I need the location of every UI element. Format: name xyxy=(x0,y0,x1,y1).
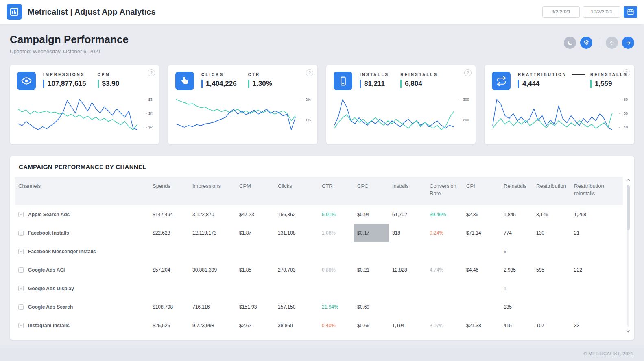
channel-cell[interactable]: Google Ads Search xyxy=(15,298,149,317)
date-from-input[interactable]: 9/2/2021 xyxy=(542,6,580,18)
table-cell xyxy=(533,298,570,317)
sparkline-chart: 2%1% xyxy=(175,97,311,133)
table-cell xyxy=(318,242,354,261)
table-cell: $108,798 xyxy=(149,298,189,317)
table-cell xyxy=(354,279,389,298)
click-icon xyxy=(175,72,194,90)
table-row[interactable]: Facebook Messenger Installs6 xyxy=(15,242,623,261)
table-cell: 107 xyxy=(533,316,570,335)
kpi-card-impressions: ? IMPRESSIONS 107,877,615 CPM $3.90 xyxy=(10,65,159,144)
expand-row-icon[interactable] xyxy=(18,304,24,310)
channel-name: Apple Search Ads xyxy=(28,212,70,217)
table-scrollbar[interactable] xyxy=(625,177,631,334)
channel-cell[interactable]: Facebook Installs xyxy=(15,224,149,243)
expand-row-icon[interactable] xyxy=(18,267,24,273)
settings-button[interactable]: ⚙ xyxy=(580,37,592,49)
channel-name: Google Ads ACI xyxy=(28,267,65,273)
table-cell: $71.14 xyxy=(463,224,500,243)
table-cell: 2,935 xyxy=(500,261,533,280)
spark-series-ctr-blue xyxy=(176,109,295,130)
moon-icon xyxy=(567,40,573,46)
kpi-row: ? IMPRESSIONS 107,877,615 CPM $3.90 xyxy=(10,65,634,144)
channel-name: Google Ads Search xyxy=(28,304,73,310)
table-cell: 3,149 xyxy=(533,205,570,224)
scroll-down-button[interactable] xyxy=(625,328,631,334)
table-cell xyxy=(354,242,389,261)
table-cell xyxy=(426,279,463,298)
help-icon[interactable]: ? xyxy=(464,69,472,76)
channel-cell[interactable]: Facebook Messenger Installs xyxy=(15,242,149,261)
column-header: CTR xyxy=(318,183,354,190)
table-row[interactable]: Google Ads Display1 xyxy=(15,279,623,298)
expand-row-icon[interactable] xyxy=(18,231,24,236)
prev-button[interactable] xyxy=(606,37,618,49)
table-cell: 1,194 xyxy=(389,316,426,335)
table-cell xyxy=(570,242,623,261)
metric-value: $3.90 xyxy=(98,80,120,88)
channel-cell[interactable]: Google Ads Display xyxy=(15,279,149,298)
scrollbar-thumb[interactable] xyxy=(627,185,630,230)
table-cell: 61,702 xyxy=(389,205,426,224)
channel-cell[interactable]: Apple Search Ads xyxy=(15,205,149,224)
expand-row-icon[interactable] xyxy=(18,249,24,254)
table-cell: 0.24% xyxy=(426,224,463,243)
table-cell: 1,258 xyxy=(570,205,623,224)
table-row[interactable]: Facebook Installs$22,62312,119,173$1.871… xyxy=(15,224,623,243)
table-cell: $4.46 xyxy=(463,261,500,280)
scroll-up-button[interactable] xyxy=(625,177,631,183)
arrow-right-icon xyxy=(625,40,631,46)
table-row[interactable]: Apple Search Ads$147,4943,122,870$47.231… xyxy=(15,205,623,224)
table-row[interactable]: Google Ads Search$108,798716,116$151.931… xyxy=(15,298,623,317)
kpi-card-reattribution: ? REATTRIBUTION 4,444 REINSTALLS xyxy=(485,65,634,144)
spark-axis-label: $4 xyxy=(144,111,153,115)
metric-value: 6,804 xyxy=(400,80,438,88)
table-cell: 130 xyxy=(533,224,570,243)
table-header-row: ChannelsSpendsImpressionsCPMClicksCTRCPC… xyxy=(15,177,623,205)
table-cell: 21 xyxy=(570,224,623,243)
table-cell: 595 xyxy=(533,261,570,280)
column-header: Spends xyxy=(149,183,189,190)
date-to-input[interactable]: 10/2/2021 xyxy=(583,6,620,18)
column-header: CPC xyxy=(354,183,389,190)
next-button[interactable] xyxy=(622,37,634,49)
table-cell: $57,204 xyxy=(149,261,189,280)
dark-mode-button[interactable] xyxy=(564,37,576,49)
channel-cell[interactable]: Google Ads ACI xyxy=(15,261,149,280)
expand-row-icon[interactable] xyxy=(18,212,24,217)
metric-value: 1,404,226 xyxy=(201,80,237,88)
expand-row-icon[interactable] xyxy=(18,286,24,291)
table-cell xyxy=(463,242,500,261)
table-row[interactable]: Instagram Installs$25,5259,723,998$2.623… xyxy=(15,316,623,335)
copyright-link[interactable]: © METRICALIST, 2021 xyxy=(583,351,633,356)
updated-timestamp: Updated: Wednesday, October 6, 2021 xyxy=(10,48,129,54)
spark-axis-label: $2 xyxy=(144,125,153,129)
channel-cell[interactable]: Instagram Installs xyxy=(15,316,149,335)
metric-value: 4,444 xyxy=(518,80,567,88)
column-header: Reinstalls xyxy=(500,183,533,190)
help-icon[interactable]: ? xyxy=(623,69,630,76)
column-header: CPI xyxy=(463,183,500,190)
column-header: Reattribution xyxy=(533,183,570,190)
highlighted-cell[interactable]: $0.17 xyxy=(354,224,389,243)
column-header: CPM xyxy=(236,183,274,190)
table-cell: 4.74% xyxy=(426,261,463,280)
table-cell: 716,116 xyxy=(189,298,236,317)
table-cell: 1,845 xyxy=(500,205,533,224)
calendar-button[interactable] xyxy=(624,6,637,18)
calendar-icon xyxy=(627,8,634,15)
table-cell xyxy=(274,279,318,298)
expand-row-icon[interactable] xyxy=(18,323,24,328)
metric-ctr: CTR 1.30% xyxy=(248,72,272,88)
table-cell: 5.01% xyxy=(318,205,354,224)
table-cell: $0.94 xyxy=(354,205,389,224)
channel-name: Google Ads Display xyxy=(28,286,74,291)
spark-series-reinstalls-teal xyxy=(334,112,454,130)
app-title: Metricalist | Adjust App Analytics xyxy=(28,7,156,17)
help-icon[interactable]: ? xyxy=(306,69,313,76)
table-cell xyxy=(149,242,189,261)
help-icon[interactable]: ? xyxy=(148,69,155,76)
table-row[interactable]: Google Ads ACI$57,20430,881,399$1.85270,… xyxy=(15,261,623,280)
metric-installs: INSTALLS 81,211 xyxy=(360,72,389,88)
metric-label: IMPRESSIONS xyxy=(43,72,86,77)
table-cell: 415 xyxy=(500,316,533,335)
